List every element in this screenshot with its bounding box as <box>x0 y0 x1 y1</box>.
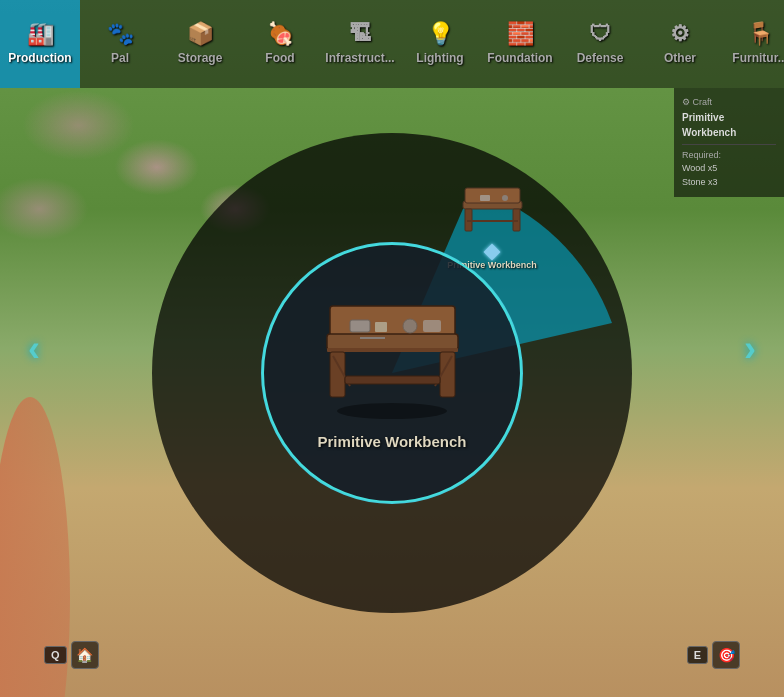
storage-label: Storage <box>178 51 223 65</box>
svg-point-19 <box>403 319 417 333</box>
svg-rect-18 <box>375 322 387 332</box>
center-item-label: Primitive Workbench <box>318 433 467 450</box>
e-key[interactable]: E <box>687 646 708 664</box>
target-icon: 🎯 <box>712 641 740 669</box>
foundation-label: Foundation <box>487 51 552 65</box>
infrastructure-label: Infrastruct... <box>325 51 394 65</box>
tab-production[interactable]: 🏭 Production <box>0 0 80 88</box>
tab-food[interactable]: 🍖 Food <box>240 0 320 88</box>
furniture-icon: 🪑 <box>747 23 774 45</box>
tab-infrastructure[interactable]: 🏗 Infrastruct... <box>320 0 400 88</box>
svg-rect-6 <box>480 195 490 201</box>
svg-rect-17 <box>350 320 370 332</box>
home-icon: 🏠 <box>71 641 99 669</box>
tab-storage[interactable]: 📦 Storage <box>160 0 240 88</box>
other-icon: ⚙ <box>670 23 690 45</box>
storage-icon: 📦 <box>187 23 214 45</box>
tab-defense[interactable]: 🛡 Defense <box>560 0 640 88</box>
q-key[interactable]: Q <box>44 646 67 664</box>
right-key-hint: E 🎯 <box>687 641 740 669</box>
radial-left-arrow[interactable]: ‹ <box>28 331 40 367</box>
thumb-item-workbench[interactable]: Primitive Workbench <box>442 183 542 270</box>
top-navigation: 🏭 Production 🐾 Pal 📦 Storage 🍖 Food 🏗 In… <box>0 0 784 88</box>
workbench-main-image <box>315 296 470 421</box>
food-label: Food <box>265 51 294 65</box>
furniture-label: Furnitur... <box>732 51 784 65</box>
lighting-label: Lighting <box>416 51 463 65</box>
tab-pal[interactable]: 🐾 Pal <box>80 0 160 88</box>
radial-inner-circle: Primitive Workbench <box>262 243 522 503</box>
left-key-hint: Q 🏠 <box>44 641 99 669</box>
info-material-1: Wood x5 <box>682 162 776 176</box>
food-icon: 🍖 <box>267 23 294 45</box>
tab-other[interactable]: ⚙ Other <box>640 0 720 88</box>
selected-diamond-icon <box>484 243 501 260</box>
info-line-1: ⚙ Craft <box>682 96 776 110</box>
tab-foundation[interactable]: 🧱 Foundation <box>480 0 560 88</box>
defense-icon: 🛡 <box>589 23 611 45</box>
svg-rect-11 <box>327 348 458 352</box>
radial-build-menu: Primitive Workbench <box>152 133 632 613</box>
workbench-thumb-image <box>455 183 530 243</box>
svg-rect-16 <box>345 376 440 384</box>
other-label: Other <box>664 51 696 65</box>
pal-label: Pal <box>111 51 129 65</box>
foundation-icon: 🧱 <box>507 23 534 45</box>
item-info-panel: ⚙ Craft Primitive Workbench Required: Wo… <box>674 88 784 197</box>
lighting-icon: 💡 <box>427 23 454 45</box>
svg-point-8 <box>337 403 447 419</box>
svg-rect-2 <box>465 188 520 203</box>
info-material-2: Stone x3 <box>682 176 776 190</box>
tab-furniture[interactable]: 🪑 Furnitur... <box>720 0 784 88</box>
pal-icon: 🐾 <box>107 23 134 45</box>
svg-rect-10 <box>327 334 458 350</box>
info-divider <box>682 144 776 145</box>
infrastructure-icon: 🏗 <box>349 23 371 45</box>
info-line-3: Workbench <box>682 125 776 140</box>
production-icon: 🏭 <box>27 23 54 45</box>
svg-rect-20 <box>423 320 441 332</box>
production-label: Production <box>8 51 71 65</box>
info-required: Required: <box>682 149 776 163</box>
radial-right-arrow[interactable]: › <box>744 331 756 367</box>
tab-lighting[interactable]: 💡 Lighting <box>400 0 480 88</box>
info-line-2: Primitive <box>682 110 776 125</box>
svg-point-7 <box>502 195 508 201</box>
defense-label: Defense <box>577 51 624 65</box>
